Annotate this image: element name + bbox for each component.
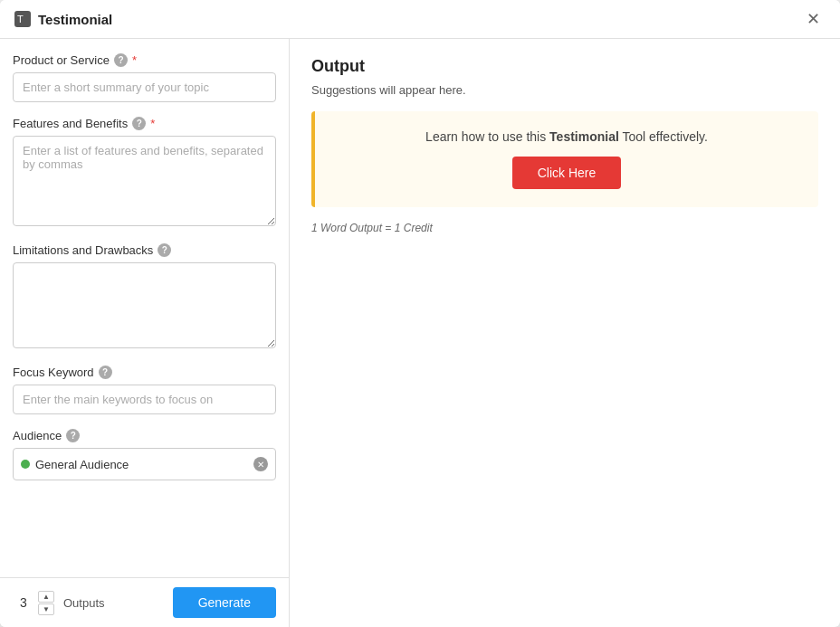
product-help-icon[interactable]: ? <box>114 53 128 67</box>
outputs-label: Outputs <box>63 596 105 610</box>
audience-label-text: Audience <box>13 429 62 442</box>
features-required: * <box>150 117 155 130</box>
counter-down-button[interactable]: ▼ <box>38 603 54 615</box>
audience-tag-input[interactable]: General Audience ✕ <box>13 448 276 480</box>
limitations-input[interactable] <box>13 262 276 348</box>
keyword-field-group: Focus Keyword ? <box>13 366 276 414</box>
keyword-label: Focus Keyword ? <box>13 366 276 379</box>
counter-value: 3 <box>13 595 34 610</box>
modal-body: Product or Service ? * Features and Bene… <box>0 39 840 627</box>
outputs-counter: 3 ▲ ▼ <box>13 591 54 615</box>
left-scroll-area: Product or Service ? * Features and Bene… <box>0 39 289 577</box>
product-label: Product or Service ? * <box>13 53 276 67</box>
features-label-text: Features and Benefits <box>13 117 128 130</box>
product-field-group: Product or Service ? * <box>13 53 276 102</box>
svg-text:T: T <box>17 14 24 24</box>
credit-note: 1 Word Output = 1 Credit <box>311 222 818 234</box>
limitations-label: Limitations and Drawbacks ? <box>13 243 276 257</box>
audience-field-group: Audience ? General Audience ✕ <box>13 429 276 480</box>
keyword-help-icon[interactable]: ? <box>99 366 112 379</box>
testimonial-icon: T <box>14 11 31 27</box>
audience-tag-text: General Audience <box>35 458 248 471</box>
click-here-button[interactable]: Click Here <box>512 157 622 189</box>
output-title: Output <box>311 57 818 76</box>
limitations-field-group: Limitations and Drawbacks ? <box>13 243 276 351</box>
product-input[interactable] <box>13 72 276 102</box>
limitations-label-text: Limitations and Drawbacks <box>13 243 153 257</box>
left-panel: Product or Service ? * Features and Bene… <box>0 39 290 627</box>
keyword-label-text: Focus Keyword <box>13 366 94 379</box>
audience-help-icon[interactable]: ? <box>66 429 80 442</box>
audience-dot-icon <box>21 460 30 469</box>
limitations-help-icon[interactable]: ? <box>158 243 171 257</box>
modal-title-area: T Testimonial <box>14 11 112 27</box>
counter-up-button[interactable]: ▲ <box>38 591 54 603</box>
product-label-text: Product or Service <box>13 53 110 67</box>
modal-title: Testimonial <box>38 12 112 27</box>
suggestions-text: Suggestions will appear here. <box>311 83 818 97</box>
info-tool-name: Testimonial <box>549 129 619 144</box>
audience-tag-close-button[interactable]: ✕ <box>253 457 268 471</box>
left-footer: 3 ▲ ▼ Outputs Generate <box>0 577 289 627</box>
info-prefix: Learn how to use this <box>425 129 549 144</box>
info-box-text: Learn how to use this Testimonial Tool e… <box>425 129 708 144</box>
audience-label: Audience ? <box>13 429 276 442</box>
close-button[interactable]: ✕ <box>801 9 826 29</box>
counter-arrows: ▲ ▼ <box>38 591 54 615</box>
modal-header: T Testimonial ✕ <box>0 0 840 39</box>
generate-button[interactable]: Generate <box>173 587 276 618</box>
info-box: Learn how to use this Testimonial Tool e… <box>311 111 818 207</box>
keyword-input[interactable] <box>13 385 276 414</box>
features-help-icon[interactable]: ? <box>132 117 146 130</box>
features-label: Features and Benefits ? * <box>13 117 276 130</box>
product-required: * <box>132 53 137 67</box>
features-field-group: Features and Benefits ? * <box>13 117 276 229</box>
info-suffix: Tool effectively. <box>619 129 708 144</box>
right-panel: Output Suggestions will appear here. Lea… <box>290 39 840 627</box>
features-input[interactable] <box>13 136 276 226</box>
modal-container: T Testimonial ✕ Product or Service ? * <box>0 0 840 627</box>
